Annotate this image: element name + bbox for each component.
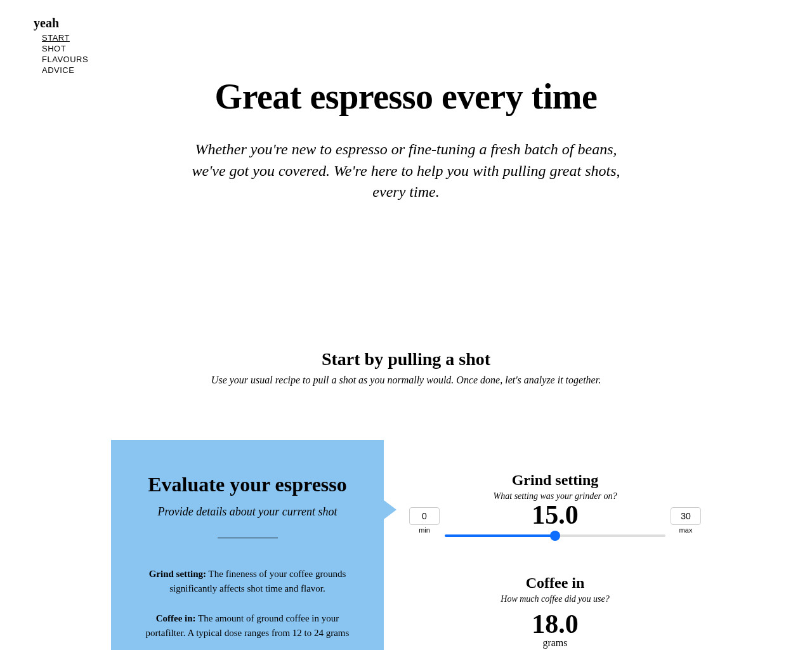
start-subtitle: Use your usual recipe to pull a shot as …: [0, 375, 812, 386]
nav-logo[interactable]: yeah: [34, 16, 88, 30]
controls-panel: Grind setting What setting was your grin…: [409, 440, 701, 650]
evaluate-card: Evaluate your espresso Provide details a…: [111, 440, 384, 650]
grind-title: Grind setting: [409, 472, 701, 489]
evaluate-container: Evaluate your espresso Provide details a…: [0, 440, 812, 650]
coffee-value: 18.0: [409, 611, 701, 637]
start-title: Start by pulling a shot: [0, 349, 812, 369]
coffee-title: Coffee in: [409, 574, 701, 592]
grind-max-input[interactable]: [671, 507, 701, 525]
coffee-unit: grams: [409, 637, 701, 649]
term-coffee-label: Coffee in:: [156, 613, 196, 623]
nav-item-flavours[interactable]: FLAVOURS: [42, 55, 88, 64]
evaluate-subtitle: Provide details about your current shot: [136, 505, 358, 519]
grind-max-label: max: [679, 526, 693, 534]
term-coffee: Coffee in: The amount of ground coffee i…: [136, 611, 358, 640]
hero-title: Great espresso every time: [178, 76, 634, 117]
grind-slider[interactable]: [445, 534, 665, 537]
grind-min-input[interactable]: [409, 507, 440, 525]
coffee-control: Coffee in How much coffee did you use? 1…: [409, 574, 701, 649]
hero-subtitle: Whether you're new to espresso or fine-t…: [178, 139, 634, 203]
nav-item-start[interactable]: START: [42, 33, 88, 43]
start-section: Start by pulling a shot Use your usual r…: [0, 349, 812, 386]
hero-section: Great espresso every time Whether you're…: [178, 0, 634, 203]
divider: [218, 538, 278, 538]
coffee-subtitle: How much coffee did you use?: [409, 594, 701, 604]
grind-min-label: min: [419, 526, 430, 534]
term-grind-label: Grind setting:: [149, 569, 206, 579]
term-grind: Grind setting: The fineness of your coff…: [136, 567, 358, 595]
main-nav: yeah START SHOT FLAVOURS ADVICE: [34, 16, 88, 76]
nav-item-advice[interactable]: ADVICE: [42, 65, 88, 75]
grind-value: 15.0: [445, 501, 665, 528]
evaluate-title: Evaluate your espresso: [136, 472, 358, 498]
grind-control: Grind setting What setting was your grin…: [409, 472, 701, 540]
nav-item-shot[interactable]: SHOT: [42, 44, 88, 53]
